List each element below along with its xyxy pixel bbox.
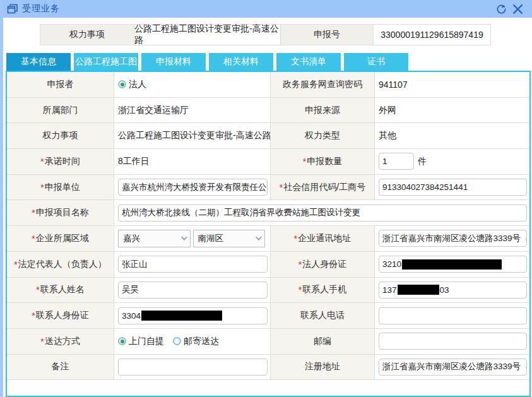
applicant-label: 申报者 xyxy=(7,72,114,97)
project-name-label-text: 申报项目名称 xyxy=(36,207,89,218)
radio-pickup[interactable]: 上门自提 xyxy=(118,336,164,347)
project-name-value: 杭州湾大桥北接线（二期）工程取消省界收费站施工图设计变更 xyxy=(114,200,529,225)
contact-id-visible-prefix: 3304 xyxy=(122,311,141,321)
required-star: * xyxy=(32,208,35,218)
postcode-input[interactable] xyxy=(379,333,527,350)
tab-construction-drawing[interactable]: 公路工程施工图 xyxy=(74,53,138,71)
required-star: * xyxy=(280,182,283,193)
contact-mobile-visible-suffix: 03 xyxy=(440,285,449,295)
basic-info-panel: 申报者 法人 政务服务网查询密码 941107 所属部门 浙江省交通运输厅 申报… xyxy=(6,71,531,397)
company-address-label: *企业通讯地址 xyxy=(271,226,375,251)
legal-rep-label: *法定代表人（负责人） xyxy=(7,252,114,277)
radio-pickup-label: 上门自提 xyxy=(129,336,164,347)
required-star: * xyxy=(299,259,302,270)
remark-input[interactable] xyxy=(118,358,268,376)
company-address-input[interactable]: 浙江省嘉兴市南湖区凌公塘路3339号（嘉 xyxy=(379,230,527,247)
tab-application-materials[interactable]: 申报材料 xyxy=(141,53,206,71)
header-strip: 权力事项 公路工程施工图设计变更审批-高速公路 申报号 330000191129… xyxy=(40,24,532,45)
contact-phone-label: 联系人电话 xyxy=(271,303,375,328)
power-item-header-label: 权力事项 xyxy=(40,24,134,45)
tab-certificate[interactable]: 证书 xyxy=(344,53,408,71)
apply-unit-value: 嘉兴市杭州湾大桥投资开发有限责任公司 xyxy=(114,175,271,200)
delivery-label: *送达方式 xyxy=(7,329,114,354)
contact-name-label-text: 联系人姓名 xyxy=(40,284,85,295)
power-item-value: 公路工程施工图设计变更审批-高速公路 xyxy=(114,123,271,148)
legal-id-label-text: 法人身份证 xyxy=(302,259,346,270)
window-title: 受理业务 xyxy=(22,3,60,15)
required-star: * xyxy=(299,285,302,295)
legal-id-label: *法人身份证 xyxy=(271,252,375,277)
quantity-label: *申报数量 xyxy=(271,149,375,174)
applicant-value: 法人 xyxy=(114,72,271,97)
quantity-input[interactable]: 1 xyxy=(379,153,414,170)
promise-time-value: 8工作日 xyxy=(114,149,271,174)
chevron-down-icon xyxy=(256,235,262,241)
table-row: *法定代表人（负责人） 张正山 *法人身份证 3210 xyxy=(7,252,529,278)
redaction-bar xyxy=(141,311,222,321)
remark-label: 备注 xyxy=(7,355,114,380)
radio-selected-icon xyxy=(118,80,126,88)
contact-mobile-label: *联系人手机 xyxy=(271,278,375,303)
legal-rep-input[interactable]: 张正山 xyxy=(118,256,268,273)
contact-mobile-input[interactable]: 137 03 xyxy=(379,281,527,299)
tab-related-materials[interactable]: 相关材料 xyxy=(209,53,273,71)
required-star: * xyxy=(294,234,297,244)
reg-address-label: 注册地址 xyxy=(271,355,375,380)
city-select[interactable]: 嘉兴 xyxy=(118,230,191,247)
required-star: * xyxy=(40,182,44,193)
radio-selected-icon xyxy=(118,337,126,345)
table-row: 申报者 法人 政务服务网查询密码 941107 xyxy=(7,72,529,98)
contact-name-input[interactable]: 吴昊 xyxy=(118,281,268,299)
table-row: 备注 注册地址 浙江省嘉兴市南湖区凌公塘路3339号（嘉 xyxy=(7,355,529,381)
contact-mobile-visible-prefix: 137 xyxy=(382,285,397,295)
chevron-down-icon xyxy=(180,235,187,241)
legal-id-input[interactable]: 3210 xyxy=(379,256,527,273)
apply-unit-input[interactable]: 嘉兴市杭州湾大桥投资开发有限责任公司 xyxy=(118,179,268,196)
table-row: *承诺时间 8工作日 *申报数量 1 件 xyxy=(7,149,529,175)
region-label-text: 企业所属区域 xyxy=(36,233,89,244)
close-button[interactable] xyxy=(509,1,526,16)
contact-phone-value xyxy=(375,303,529,328)
power-item-label: 权力事项 xyxy=(7,123,114,148)
company-address-label-text: 企业通讯地址 xyxy=(298,233,351,244)
required-star: * xyxy=(40,157,44,167)
power-type-label: 权力类型 xyxy=(271,123,375,148)
contact-id-label-text: 联系人身份证 xyxy=(36,310,89,321)
source-value: 外网 xyxy=(375,98,529,123)
district-select[interactable]: 南湖区 xyxy=(193,230,266,247)
credit-code-input[interactable]: 913304027384251441 xyxy=(379,179,527,196)
table-row: 权力事项 公路工程施工图设计变更审批-高速公路 权力类型 其他 xyxy=(7,123,529,149)
titlebar: 受理业务 xyxy=(3,0,532,18)
close-icon xyxy=(512,4,523,15)
required-star: * xyxy=(32,311,35,321)
radio-legal-person[interactable]: 法人 xyxy=(118,79,146,90)
department-label: 所属部门 xyxy=(7,98,114,123)
table-row: *联系人身份证 3304 联系人电话 xyxy=(7,303,529,329)
contact-id-input[interactable]: 3304 xyxy=(118,307,268,324)
table-row: *送达方式 上门自提 邮寄送达 邮编 xyxy=(7,329,529,355)
contact-phone-input[interactable] xyxy=(379,307,527,324)
credit-code-value: 913304027384251441 xyxy=(375,175,529,200)
company-address-value: 浙江省嘉兴市南湖区凌公塘路3339号（嘉 xyxy=(375,226,529,251)
reg-address-value: 浙江省嘉兴市南湖区凌公塘路3339号（嘉 xyxy=(375,355,529,380)
reg-address-input[interactable]: 浙江省嘉兴市南湖区凌公塘路3339号（嘉 xyxy=(379,358,527,376)
contact-id-value: 3304 xyxy=(114,303,271,328)
contact-mobile-label-text: 联系人手机 xyxy=(302,284,346,295)
quantity-label-text: 申报数量 xyxy=(307,156,342,167)
tab-document-list[interactable]: 文书清单 xyxy=(276,53,341,71)
required-star: * xyxy=(303,157,306,167)
power-item-header-value: 公路工程施工图设计变更审批-高速公路 xyxy=(134,24,281,45)
district-select-value: 南湖区 xyxy=(198,233,224,244)
refresh-button[interactable] xyxy=(493,1,509,16)
table-row: *申报单位 嘉兴市杭州湾大桥投资开发有限责任公司 *社会信用代码/工商号 913… xyxy=(7,175,529,201)
table-row: *联系人姓名 吴昊 *联系人手机 137 03 xyxy=(7,278,529,304)
table-row: *申报项目名称 杭州湾大桥北接线（二期）工程取消省界收费站施工图设计变更 xyxy=(7,200,529,226)
tab-basic-info[interactable]: 基本信息 xyxy=(6,53,71,71)
region-label: *企业所属区域 xyxy=(7,226,114,251)
project-name-input[interactable]: 杭州湾大桥北接线（二期）工程取消省界收费站施工图设计变更 xyxy=(118,204,527,222)
radio-mail[interactable]: 邮寄送达 xyxy=(173,336,219,347)
promise-time-label: *承诺时间 xyxy=(7,149,114,174)
source-label: 申报来源 xyxy=(271,98,375,123)
apply-unit-label: *申报单位 xyxy=(7,175,114,200)
delivery-label-text: 送达方式 xyxy=(45,336,80,347)
